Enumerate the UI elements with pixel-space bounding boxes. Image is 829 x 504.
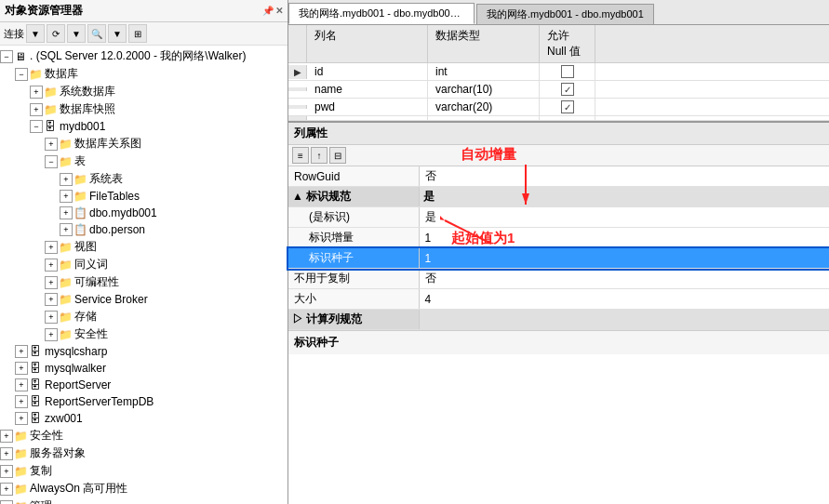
close-panel-icon[interactable]: ✕ — [275, 6, 283, 16]
tree-expand-mydb001[interactable]: − — [30, 120, 43, 133]
props-row[interactable]: RowGuid 否 — [288, 166, 829, 187]
tree-item-security[interactable]: +📁安全性 — [0, 325, 287, 343]
tree-expand-sys-dbs[interactable]: + — [30, 86, 43, 99]
tree-expand-security-root[interactable]: + — [0, 430, 13, 443]
tree-expand-service-broker[interactable]: + — [45, 293, 58, 306]
tree-expand-alwayson[interactable]: + — [0, 483, 13, 496]
props-row[interactable]: ▲ 标识规范 是 — [288, 187, 829, 207]
tree-expand-sys-tables[interactable]: + — [60, 173, 73, 186]
tree-expand-dbo-mydb001[interactable]: + — [60, 206, 73, 219]
tree-expand-mysqlcsharp[interactable]: + — [15, 345, 28, 358]
tree-expand-databases[interactable]: − — [15, 68, 28, 81]
tree-item-dbo-person[interactable]: +📋dbo.person — [0, 221, 287, 238]
props-filter-btn[interactable]: ↑ — [311, 147, 328, 164]
tree-expand-synonyms[interactable]: + — [45, 259, 58, 272]
tree-expand-db-snapshots[interactable]: + — [30, 103, 43, 116]
tree-item-programmability[interactable]: +📁可编程性 — [0, 273, 287, 291]
tree-item-dbo-mydb001[interactable]: +📋dbo.mydb001 — [0, 205, 287, 221]
tree-item-replication[interactable]: +📁复制 — [0, 462, 287, 480]
tree-item-zxw001[interactable]: +🗄zxw001 — [0, 410, 287, 427]
tree-expand-replication[interactable]: + — [0, 465, 13, 478]
tree-expand-server-objects[interactable]: + — [0, 447, 13, 460]
tree-item-reportservertempdb[interactable]: +🗄ReportServerTempDB — [0, 393, 287, 410]
tab-active[interactable]: 我的网络.mydb001 - dbo.mydb001* ✕ — [288, 3, 475, 24]
tree-item-sys-dbs[interactable]: +📁系统数据库 — [0, 83, 287, 100]
col-name-cell[interactable]: id — [307, 63, 428, 80]
nullable-checkbox[interactable] — [561, 65, 574, 78]
tree-item-db-snapshots[interactable]: +📁数据库快照 — [0, 100, 287, 118]
tree-item-mysqlcsharp[interactable]: +🗄mysqlcsharp — [0, 343, 287, 360]
props-row[interactable]: 标识种子 1 — [288, 248, 829, 269]
tree-item-sys-tables[interactable]: +📁系统表 — [0, 170, 287, 188]
tree-expand-db-diagrams[interactable]: + — [45, 138, 58, 151]
col-type-cell[interactable]: varchar(20) — [428, 99, 540, 115]
col-type-cell[interactable]: varchar(10) — [428, 81, 540, 98]
tree-item-server[interactable]: −🖥. (SQL Server 12.0.2000 - 我的网络\Walker) — [0, 47, 287, 65]
tree-expand-filetables[interactable]: + — [60, 190, 73, 203]
tree-item-tables[interactable]: −📁表 — [0, 153, 287, 170]
tree-item-filetables[interactable]: +📁FileTables — [0, 188, 287, 205]
col-null-cell[interactable] — [540, 116, 595, 120]
col-type-cell[interactable]: int — [428, 63, 540, 80]
col-null-cell[interactable] — [540, 81, 595, 98]
prop-value[interactable]: 1 — [419, 248, 829, 269]
prop-value[interactable]: 1 — [419, 228, 829, 248]
nullable-checkbox[interactable] — [561, 83, 574, 96]
prop-value[interactable]: 是 — [419, 207, 829, 228]
tree-expand-storage[interactable]: + — [45, 311, 58, 324]
tree-expand-reportservertempdb[interactable]: + — [15, 395, 28, 408]
col-null-cell[interactable] — [540, 99, 595, 115]
pin-icon[interactable]: 📌 — [262, 6, 274, 16]
table-row[interactable]: ▶ id int — [288, 63, 829, 81]
tree-expand-server[interactable]: − — [0, 50, 13, 63]
table-row[interactable] — [288, 116, 829, 121]
props-row[interactable]: 标识增量 1 — [288, 228, 829, 248]
col-name-cell[interactable] — [307, 116, 428, 120]
col-name-cell[interactable]: pwd — [307, 99, 428, 115]
tree-item-management[interactable]: +📁管理 — [0, 497, 287, 504]
props-sort-btn[interactable]: ≡ — [292, 147, 309, 164]
props-row[interactable]: 大小 4 — [288, 289, 829, 310]
tree-item-mysqlwalker[interactable]: +🗄mysqlwalker — [0, 360, 287, 377]
tab-close-btn[interactable]: ✕ — [466, 8, 474, 19]
filter-btn[interactable]: ▼ — [67, 24, 86, 43]
tree-item-synonyms[interactable]: +📁同义词 — [0, 256, 287, 273]
prop-value[interactable] — [419, 310, 829, 330]
tree-item-db-diagrams[interactable]: +📁数据库关系图 — [0, 135, 287, 153]
tree-expand-reportserver[interactable]: + — [15, 378, 28, 391]
search-btn[interactable]: 🔍 — [87, 24, 106, 43]
table-row[interactable]: name varchar(10) — [288, 81, 829, 99]
prop-value[interactable]: 否 — [419, 269, 829, 289]
tree-expand-management[interactable]: + — [0, 500, 13, 505]
props-row[interactable]: (是标识) 是 — [288, 207, 829, 228]
tree-item-views[interactable]: +📁视图 — [0, 238, 287, 256]
tree-item-reportserver[interactable]: +🗄ReportServer — [0, 377, 287, 393]
prop-value[interactable]: 4 — [419, 289, 829, 310]
props-layout-btn[interactable]: ⊟ — [329, 147, 346, 164]
refresh-btn[interactable]: ⟳ — [47, 24, 65, 43]
prop-value[interactable]: 否 — [419, 166, 829, 187]
tree-expand-security[interactable]: + — [45, 328, 58, 341]
table-row[interactable]: pwd varchar(20) — [288, 99, 829, 116]
tab-inactive[interactable]: 我的网络.mydb001 - dbo.mydb001 — [476, 4, 654, 24]
tree-item-alwayson[interactable]: +📁AlwaysOn 高可用性 — [0, 480, 287, 497]
tree-item-databases[interactable]: −📁数据库 — [0, 65, 287, 83]
tree-expand-dbo-person[interactable]: + — [60, 223, 73, 236]
tree-expand-views[interactable]: + — [45, 241, 58, 254]
col-null-cell[interactable] — [540, 63, 595, 80]
prop-value[interactable]: 是 — [419, 187, 829, 207]
tree-item-security-root[interactable]: +📁安全性 — [0, 427, 287, 444]
tree-expand-zxw001[interactable]: + — [15, 412, 28, 425]
tree-item-storage[interactable]: +📁存储 — [0, 308, 287, 325]
connect-btn[interactable]: ▼ — [26, 24, 45, 43]
props-row[interactable]: 不用于复制 否 — [288, 269, 829, 289]
tree-expand-programmability[interactable]: + — [45, 276, 58, 289]
nullable-checkbox[interactable] — [561, 100, 574, 113]
col-name-cell[interactable]: name — [307, 81, 428, 98]
more-btn[interactable]: ▼ — [108, 24, 127, 43]
props-row[interactable]: ▷ 计算列规范 — [288, 310, 829, 330]
tree-item-service-broker[interactable]: +📁Service Broker — [0, 291, 287, 308]
tree-expand-mysqlwalker[interactable]: + — [15, 362, 28, 375]
tree-item-server-objects[interactable]: +📁服务器对象 — [0, 444, 287, 462]
layout-btn[interactable]: ⊞ — [128, 24, 147, 43]
